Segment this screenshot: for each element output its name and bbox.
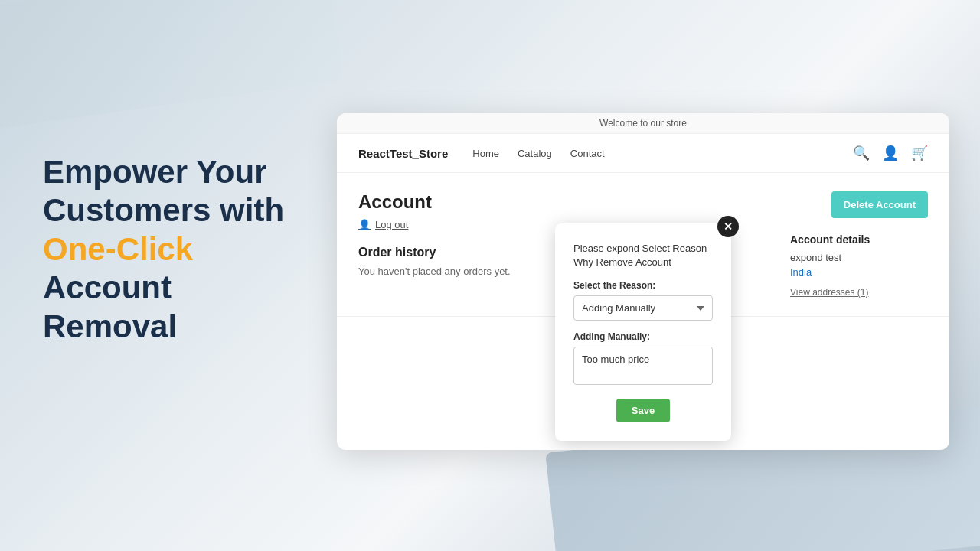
account-icon[interactable]: 👤 bbox=[882, 145, 899, 161]
modal-close-button[interactable]: ✕ bbox=[717, 216, 739, 237]
nav-home[interactable]: Home bbox=[472, 148, 499, 159]
cart-icon[interactable]: 🛒 bbox=[911, 145, 928, 161]
modal-overlay: ✕ Please expond Select Reason Why Remove… bbox=[337, 216, 949, 316]
welcome-text: Welcome to our store bbox=[599, 118, 687, 129]
left-marketing-text: Empower Your Customers with One-Click Ac… bbox=[43, 153, 318, 346]
reason-select[interactable]: Adding Manually Price too high Not using… bbox=[573, 295, 713, 321]
store-logo: ReactTest_Store bbox=[358, 147, 448, 160]
nav-catalog[interactable]: Catalog bbox=[518, 148, 552, 159]
nav-contact[interactable]: Contact bbox=[570, 148, 605, 159]
modal-title: Please expond Select Reason Why Remove A… bbox=[573, 242, 713, 269]
delete-account-button[interactable]: Delete Account bbox=[831, 191, 928, 218]
welcome-bar: Welcome to our store bbox=[337, 113, 949, 134]
store-window: Welcome to our store ReactTest_Store Hom… bbox=[337, 113, 949, 450]
bg-decoration-top bbox=[0, 0, 344, 133]
marketing-headline: Empower Your Customers with One-Click Ac… bbox=[43, 153, 318, 346]
navigation: ReactTest_Store Home Catalog Contact 🔍 👤… bbox=[337, 134, 949, 173]
reason-textarea[interactable]: Too much price bbox=[573, 347, 713, 385]
modal-save-button[interactable]: Save bbox=[616, 399, 670, 422]
main-content: Account 👤 Log out Order history You have… bbox=[337, 173, 949, 316]
nav-links: Home Catalog Contact bbox=[472, 148, 853, 159]
remove-account-modal: ✕ Please expond Select Reason Why Remove… bbox=[555, 223, 731, 441]
select-reason-label: Select the Reason: bbox=[573, 280, 713, 291]
search-icon[interactable]: 🔍 bbox=[853, 145, 870, 161]
textarea-label: Adding Manually: bbox=[573, 331, 713, 342]
highlight-text: One-Click bbox=[43, 231, 193, 267]
nav-icons: 🔍 👤 🛒 bbox=[853, 145, 928, 161]
account-title: Account bbox=[358, 191, 772, 213]
